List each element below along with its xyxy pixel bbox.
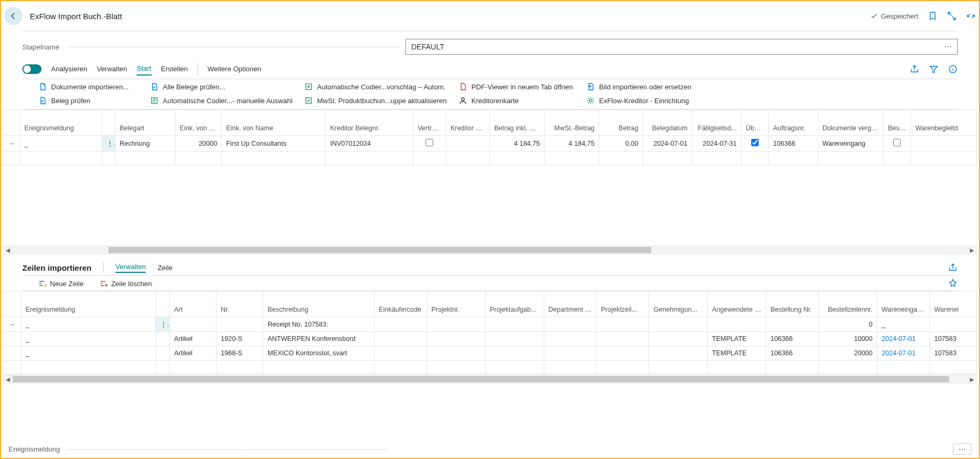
action-vendor-card[interactable]: Kreditorenkarte xyxy=(459,96,581,105)
col-doctype[interactable]: Belegart xyxy=(115,110,175,136)
table-row[interactable]: _Artikel1968-SMEXICO Kontorsstol, svartT… xyxy=(4,346,977,361)
table-row[interactable]: _Artikel1920-SANTWERPEN KonferensbordTEM… xyxy=(4,332,977,346)
lcol-recno[interactable]: Warenei xyxy=(929,291,976,317)
page-title: ExFlow Import Buch.-Blatt xyxy=(30,12,122,21)
tab-more-options[interactable]: Weitere Optionen xyxy=(197,63,261,75)
tab-start[interactable]: Start xyxy=(137,62,151,76)
analyze-toggle[interactable] xyxy=(22,64,41,74)
collapse-icon[interactable] xyxy=(966,11,976,21)
info-icon[interactable] xyxy=(948,64,958,74)
main-grid[interactable]: Ereignismeldung Belegart Eink. von Kred.… xyxy=(3,110,977,165)
lcol-recdate[interactable]: Wareneingan... xyxy=(877,291,930,317)
lcol-projline[interactable]: Projektzeil... xyxy=(596,291,649,317)
svg-point-2 xyxy=(589,86,591,87)
svg-point-5 xyxy=(461,98,464,101)
col-duedate[interactable]: Fälligkeitsd... xyxy=(692,110,742,136)
orderauto-checkbox[interactable] xyxy=(893,139,901,146)
col-vendno[interactable]: Eink. von Kred.-Nr. xyxy=(175,110,221,136)
lines-pin-icon[interactable] xyxy=(948,279,958,288)
confidential-checkbox[interactable] xyxy=(426,139,433,146)
main-hscrollbar[interactable]: ◄ ► xyxy=(3,245,977,255)
col-event[interactable]: Ereignismeldung xyxy=(20,110,102,136)
row-menu[interactable]: ⋮ xyxy=(155,317,169,332)
batch-lookup-icon[interactable]: ⋯ xyxy=(944,43,952,51)
col-shipment[interactable]: Warenbegleitd xyxy=(911,110,977,136)
lines-grid[interactable]: Ereignismeldung Art Nr. Beschreibung Ein… xyxy=(3,291,977,374)
delete-line-button[interactable]: Zeile löschen xyxy=(99,279,152,288)
col-orderno[interactable]: Auftragsnr. xyxy=(769,110,818,136)
col-docdate[interactable]: Belegdatum xyxy=(643,110,692,136)
lines-tab-line[interactable]: Zeile xyxy=(157,264,172,272)
tab-analyze[interactable]: Analysieren xyxy=(51,63,87,75)
back-button[interactable] xyxy=(4,7,22,25)
new-line-button[interactable]: Neue Zeile xyxy=(38,279,84,288)
action-pdf-viewer[interactable]: PDF-Viewer in neuem Tab öffnen xyxy=(459,82,581,91)
col-kreddoc2[interactable]: Kreditor Belegnr. 2 xyxy=(446,110,489,136)
lcol-projtask[interactable]: Projektaufgab... xyxy=(485,291,544,317)
action-exflow-vendor-setup[interactable]: ExFlow-Kreditor - Einrichtung xyxy=(586,96,709,105)
col-compare[interactable]: Dokumente vergleichen mit xyxy=(818,110,883,136)
bookmark-icon[interactable] xyxy=(928,11,937,21)
col-kreddoc[interactable]: Kreditor Belegnr. xyxy=(326,110,413,136)
lcol-approver[interactable]: Genehmigun... xyxy=(649,291,708,317)
lcol-art[interactable]: Art xyxy=(170,291,217,317)
lcol-nr[interactable]: Nr. xyxy=(217,291,263,317)
row-select-arrow[interactable] xyxy=(4,332,21,346)
lines-section-title: Zeilen importieren xyxy=(22,263,92,272)
batch-name-label: Stapelname xyxy=(22,43,405,51)
tab-manage[interactable]: Verwalten xyxy=(97,63,127,75)
batch-name-input[interactable]: DEFAULT ⋯ xyxy=(405,39,958,55)
lines-hscrollbar[interactable]: ◄ ► xyxy=(3,374,977,384)
lcol-buyer[interactable]: Einkäufercode xyxy=(374,291,427,317)
col-ordauto[interactable]: Best... aut... em... xyxy=(884,110,911,136)
lcol-project[interactable]: Projektnr. xyxy=(427,291,485,317)
col-amtincl[interactable]: Betrag inkl. MwSt. xyxy=(489,110,544,136)
lcol-appliedapp[interactable]: Angewendete Genehmigun... xyxy=(708,291,766,317)
lcol-desc[interactable]: Beschreibung xyxy=(263,291,374,317)
detach-icon[interactable] xyxy=(947,11,957,21)
lcol-ponum[interactable]: Bestellung Nr. xyxy=(766,291,819,317)
action-verify-all[interactable]: Alle Belege prüfen... xyxy=(150,82,299,91)
action-auto-coding-suggest[interactable]: Automatische Codier...vorschlag – Autom. xyxy=(304,82,453,91)
col-amount[interactable]: Betrag xyxy=(599,110,643,136)
col-matchord[interactable]: Übe... mit Best... xyxy=(741,110,768,136)
footer-event-label: Ereignismeldung xyxy=(9,445,392,453)
row-select-arrow[interactable] xyxy=(4,346,21,361)
matchorder-checkbox[interactable] xyxy=(751,139,759,146)
table-row[interactable]: → _ ⋮ Rechnung 20000 First Up Consultant… xyxy=(4,136,977,152)
action-import-documents[interactable]: Dokumente importieren... xyxy=(38,82,145,91)
svg-point-6 xyxy=(589,99,592,102)
filter-icon[interactable] xyxy=(929,64,939,74)
tab-create[interactable]: Erstellen xyxy=(161,63,188,75)
col-vat[interactable]: MwSt.-Betrag xyxy=(544,110,599,136)
row-select-arrow[interactable]: → xyxy=(4,136,20,152)
share-icon[interactable] xyxy=(910,64,919,74)
action-auto-coding-manual[interactable]: Automatische Codier...- manuelle Auswahl xyxy=(150,96,299,105)
lcol-event[interactable]: Ereignismeldung xyxy=(21,291,155,317)
lcol-dept[interactable]: Department Code xyxy=(544,291,596,317)
row-menu[interactable]: ⋮ xyxy=(102,136,115,152)
action-import-image[interactable]: Bild importieren oder ersetzen xyxy=(586,82,709,91)
col-confidential[interactable]: Vertrauli... Beleg xyxy=(413,110,446,136)
footer-more-menu[interactable]: ⋯ xyxy=(953,444,971,455)
row-menu[interactable] xyxy=(155,346,169,361)
lines-share-icon[interactable] xyxy=(948,263,958,272)
col-vendname[interactable]: Eink. von Name xyxy=(222,110,326,136)
saved-indicator: Gespeichert xyxy=(870,12,918,20)
row-menu[interactable] xyxy=(155,332,169,346)
lcol-poline[interactable]: Bestellzeilennr. xyxy=(819,291,877,317)
table-row[interactable]: →_⋮Receipt No. 107583:0_ xyxy=(4,317,977,332)
action-verify-document[interactable]: Beleg prüfen xyxy=(38,96,145,105)
lines-tab-manage[interactable]: Verwalten xyxy=(115,263,146,273)
action-vat-group-update[interactable]: MwSt. Produktbuchun...uppe aktualisieren xyxy=(304,96,453,105)
row-select-arrow[interactable]: → xyxy=(4,317,21,332)
